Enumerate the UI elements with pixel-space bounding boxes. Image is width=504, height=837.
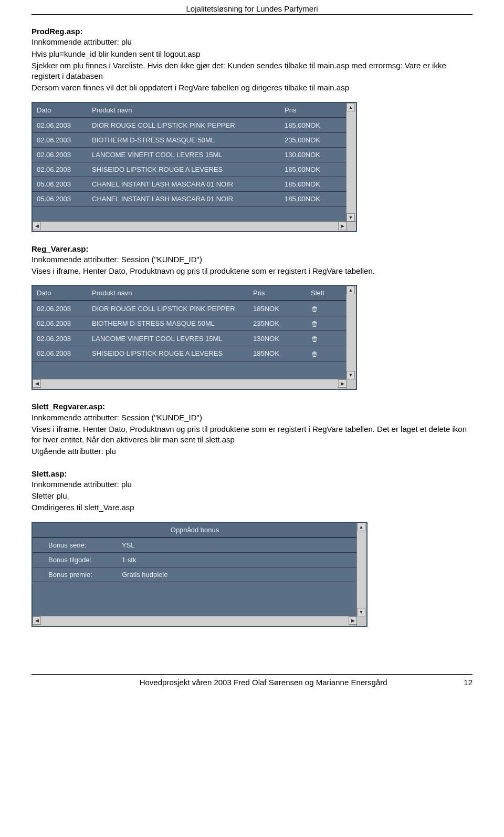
scrollbar-track[interactable] xyxy=(41,616,349,626)
scrollbar-track[interactable] xyxy=(41,379,338,389)
col-header-slett: Slett xyxy=(311,289,342,297)
cell-navn: DIOR ROUGE COLL LIPSTICK PINK PEPPER xyxy=(92,305,253,313)
vertical-scrollbar[interactable]: ▲ ▼ xyxy=(346,103,356,222)
scrollbar-corner xyxy=(346,379,356,389)
section-prodreg-title: ProdReg.asp: xyxy=(32,26,472,37)
section-regvarer-line: Innkommende attributter: Session ("KUNDE… xyxy=(32,254,472,265)
table-header-row: Dato Produkt navn Pris Slett xyxy=(33,286,346,301)
table-row: 02.06.2003DIOR ROUGE COLL LIPSTICK PINK … xyxy=(33,118,346,133)
col-header-pris: Pris xyxy=(253,289,311,297)
scroll-up-icon[interactable]: ▲ xyxy=(346,103,355,111)
table-row: 02.06.2003BIOTHERM D-STRESS MASQUE 50ML2… xyxy=(33,133,346,148)
cell-dato: 02.06.2003 xyxy=(37,305,92,313)
page-header: Lojalitetsløsning for Lundes Parfymeri xyxy=(32,0,472,15)
scrollbar-track[interactable] xyxy=(41,222,338,231)
scroll-up-icon[interactable]: ▲ xyxy=(357,523,365,531)
scrollbar-track[interactable] xyxy=(357,531,366,608)
table-row: 02.06.2003SHISEIDO LIPSTICK ROUGE A LEVE… xyxy=(33,346,346,361)
col-header-navn: Produkt navn xyxy=(92,106,285,114)
section-prodreg-line: Hvis plu=kunde_id blir kunden sent til l… xyxy=(32,49,472,59)
bonus-panel-header: Oppnådd bonus xyxy=(33,523,357,538)
cell-dato: 02.06.2003 xyxy=(37,151,92,159)
trash-icon[interactable] xyxy=(311,305,318,313)
cell-pris: 235NOK xyxy=(253,319,311,327)
section-regvarer-title: Reg_Varer.asp: xyxy=(32,244,472,254)
trash-icon[interactable] xyxy=(311,350,318,358)
cell-dato: 05.06.2003 xyxy=(37,180,92,188)
scroll-left-icon[interactable]: ◀ xyxy=(33,222,41,230)
scroll-right-icon[interactable]: ▶ xyxy=(338,222,346,230)
cell-slett xyxy=(311,349,342,358)
cell-navn: DIOR ROUGE COLL LIPSTICK PINK PEPPER xyxy=(92,121,285,129)
cell-pris: 185,00NOK xyxy=(285,166,342,173)
cell-dato: 02.06.2003 xyxy=(37,319,92,327)
table-row: 02.06.2003LANCOME VINEFIT COOL LEVRES 15… xyxy=(33,331,346,346)
scroll-left-icon[interactable]: ◀ xyxy=(33,379,41,388)
section-slett-title: Slett.asp: xyxy=(32,469,472,479)
col-header-pris: Pris xyxy=(285,106,342,114)
vertical-scrollbar[interactable]: ▲ ▼ xyxy=(346,286,356,379)
bonus-row: Bonus serie:YSL xyxy=(33,538,357,553)
section-regvarer-line: Vises i iframe. Henter Dato, Produktnavn… xyxy=(32,266,472,276)
scroll-right-icon[interactable]: ▶ xyxy=(338,379,346,388)
table-row: 02.06.2003LANCOME VINEFIT COOL LEVRES 15… xyxy=(33,148,346,162)
table-row: 02.06.2003DIOR ROUGE COLL LIPSTICK PINK … xyxy=(33,301,346,316)
scroll-down-icon[interactable]: ▼ xyxy=(346,371,355,379)
cell-dato: 02.06.2003 xyxy=(37,349,92,357)
cell-navn: BIOTHERM D-STRESS MASQUE 50ML xyxy=(92,136,285,144)
page-number: 12 xyxy=(464,678,472,687)
horizontal-scrollbar[interactable]: ◀ ▶ xyxy=(33,616,357,626)
col-header-dato: Dato xyxy=(37,289,92,297)
table-row: 05.06.2003CHANEL INSTANT LASH MASCARA 01… xyxy=(33,192,346,206)
product-table-delete-panel: Dato Produkt navn Pris Slett 02.06.2003D… xyxy=(32,285,357,390)
cell-pris: 185,00NOK xyxy=(285,121,342,129)
scroll-down-icon[interactable]: ▼ xyxy=(346,213,355,222)
cell-navn: BIOTHERM D-STRESS MASQUE 50ML xyxy=(92,319,253,327)
bonus-value: YSL xyxy=(122,541,341,549)
cell-pris: 185NOK xyxy=(253,349,311,357)
scrollbar-track[interactable] xyxy=(346,111,356,213)
cell-slett xyxy=(311,304,342,313)
footer-text: Hovedprosjekt våren 2003 Fred Olaf Søren… xyxy=(140,678,387,687)
scrollbar-corner xyxy=(346,221,356,231)
cell-dato: 02.06.2003 xyxy=(37,136,92,144)
col-header-navn: Produkt navn xyxy=(92,289,253,297)
section-slettregvarer-line: Utgående attributter: plu xyxy=(32,446,472,457)
cell-pris: 185,00NOK xyxy=(285,195,342,203)
bonus-label: Bonus serie: xyxy=(48,541,122,549)
section-slettregvarer-title: Slett_Regvarer.asp: xyxy=(32,401,472,412)
cell-slett xyxy=(311,319,342,328)
scroll-left-icon[interactable]: ◀ xyxy=(33,616,41,625)
cell-pris: 235,00NOK xyxy=(285,136,342,144)
scroll-right-icon[interactable]: ▶ xyxy=(349,616,357,625)
scrollbar-corner xyxy=(356,616,366,626)
bonus-row: Bonus tilgode:1 stk xyxy=(33,553,357,567)
scroll-up-icon[interactable]: ▲ xyxy=(346,286,355,294)
cell-navn: SHISEIDO LIPSTICK ROUGE A LEVERES xyxy=(92,166,285,173)
page-footer: Hovedprosjekt våren 2003 Fred Olaf Søren… xyxy=(32,678,472,687)
table-row: 05.06.2003CHANEL INSTANT LASH MASCARA 01… xyxy=(33,177,346,192)
product-table-panel: Dato Produkt navn Pris 02.06.2003DIOR RO… xyxy=(32,102,357,232)
horizontal-scrollbar[interactable]: ◀ ▶ xyxy=(33,379,346,389)
cell-navn: LANCOME VINEFIT COOL LEVRES 15ML xyxy=(92,335,253,343)
section-slett-line: Omdirigeres til slett_Vare.asp xyxy=(32,502,472,513)
col-header-dato: Dato xyxy=(37,106,92,114)
trash-icon[interactable] xyxy=(311,335,318,343)
vertical-scrollbar[interactable]: ▲ ▼ xyxy=(356,523,366,616)
horizontal-scrollbar[interactable]: ◀ ▶ xyxy=(33,221,346,231)
trash-icon[interactable] xyxy=(311,320,318,327)
bonus-value: 1 stk xyxy=(122,556,341,564)
scroll-down-icon[interactable]: ▼ xyxy=(357,608,365,616)
cell-slett xyxy=(311,334,342,343)
bonus-label: Bonus premie: xyxy=(48,571,122,578)
cell-navn: CHANEL INSTANT LASH MASCARA 01 NOIR xyxy=(92,180,285,188)
section-slettregvarer-line: Innkommende attributter: Session ("KUNDE… xyxy=(32,412,472,423)
section-prodreg-line: Sjekker om plu finnes i Vareliste. Hvis … xyxy=(32,60,472,82)
scrollbar-track[interactable] xyxy=(346,294,356,371)
section-prodreg-line: Dersom varen finnes vil det bli oppdater… xyxy=(32,82,472,93)
cell-pris: 130,00NOK xyxy=(285,151,342,159)
section-slettregvarer-line: Vises i iframe. Henter Dato, Produktnavn… xyxy=(32,424,472,446)
table-row: 02.06.2003BIOTHERM D-STRESS MASQUE 50ML2… xyxy=(33,316,346,332)
cell-dato: 02.06.2003 xyxy=(37,121,92,129)
table-row: 02.06.2003SHISEIDO LIPSTICK ROUGE A LEVE… xyxy=(33,162,346,177)
